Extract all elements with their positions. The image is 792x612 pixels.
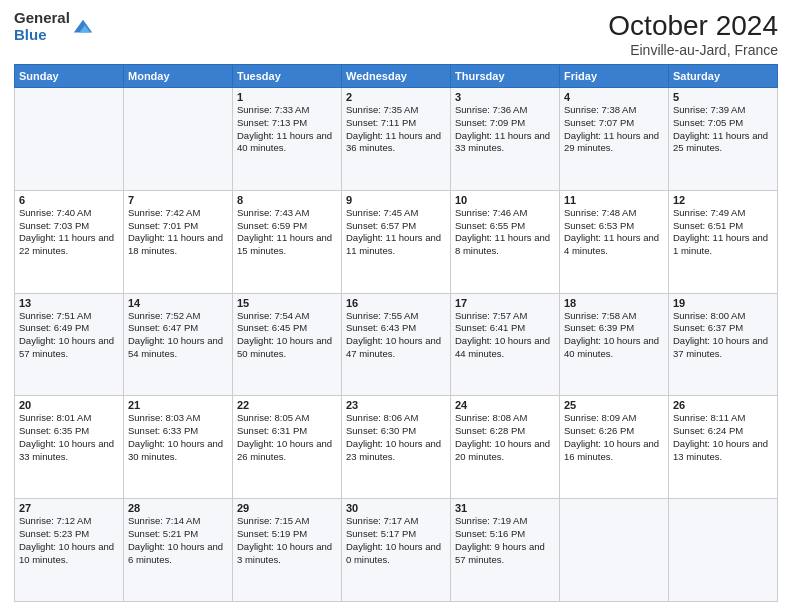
day-info: Sunrise: 7:15 AM Sunset: 5:19 PM Dayligh…	[237, 515, 337, 566]
col-saturday: Saturday	[669, 65, 778, 88]
calendar-cell: 30Sunrise: 7:17 AM Sunset: 5:17 PM Dayli…	[342, 499, 451, 602]
calendar-cell: 15Sunrise: 7:54 AM Sunset: 6:45 PM Dayli…	[233, 293, 342, 396]
calendar-cell: 24Sunrise: 8:08 AM Sunset: 6:28 PM Dayli…	[451, 396, 560, 499]
page: General Blue October 2024 Einville-au-Ja…	[0, 0, 792, 612]
calendar-cell: 10Sunrise: 7:46 AM Sunset: 6:55 PM Dayli…	[451, 190, 560, 293]
col-tuesday: Tuesday	[233, 65, 342, 88]
calendar-cell: 1Sunrise: 7:33 AM Sunset: 7:13 PM Daylig…	[233, 88, 342, 191]
day-number: 1	[237, 91, 337, 103]
calendar-cell: 27Sunrise: 7:12 AM Sunset: 5:23 PM Dayli…	[15, 499, 124, 602]
day-number: 12	[673, 194, 773, 206]
day-info: Sunrise: 8:00 AM Sunset: 6:37 PM Dayligh…	[673, 310, 773, 361]
day-number: 8	[237, 194, 337, 206]
day-info: Sunrise: 7:40 AM Sunset: 7:03 PM Dayligh…	[19, 207, 119, 258]
day-info: Sunrise: 7:51 AM Sunset: 6:49 PM Dayligh…	[19, 310, 119, 361]
day-number: 4	[564, 91, 664, 103]
calendar-week-2: 6Sunrise: 7:40 AM Sunset: 7:03 PM Daylig…	[15, 190, 778, 293]
calendar-cell: 12Sunrise: 7:49 AM Sunset: 6:51 PM Dayli…	[669, 190, 778, 293]
day-info: Sunrise: 7:43 AM Sunset: 6:59 PM Dayligh…	[237, 207, 337, 258]
day-info: Sunrise: 7:57 AM Sunset: 6:41 PM Dayligh…	[455, 310, 555, 361]
calendar-cell: 9Sunrise: 7:45 AM Sunset: 6:57 PM Daylig…	[342, 190, 451, 293]
day-number: 29	[237, 502, 337, 514]
calendar-week-3: 13Sunrise: 7:51 AM Sunset: 6:49 PM Dayli…	[15, 293, 778, 396]
calendar-cell: 6Sunrise: 7:40 AM Sunset: 7:03 PM Daylig…	[15, 190, 124, 293]
day-number: 18	[564, 297, 664, 309]
calendar-cell: 3Sunrise: 7:36 AM Sunset: 7:09 PM Daylig…	[451, 88, 560, 191]
day-info: Sunrise: 8:11 AM Sunset: 6:24 PM Dayligh…	[673, 412, 773, 463]
day-info: Sunrise: 7:38 AM Sunset: 7:07 PM Dayligh…	[564, 104, 664, 155]
calendar-cell: 20Sunrise: 8:01 AM Sunset: 6:35 PM Dayli…	[15, 396, 124, 499]
calendar-cell: 19Sunrise: 8:00 AM Sunset: 6:37 PM Dayli…	[669, 293, 778, 396]
day-number: 11	[564, 194, 664, 206]
day-number: 14	[128, 297, 228, 309]
day-number: 31	[455, 502, 555, 514]
calendar-table: Sunday Monday Tuesday Wednesday Thursday…	[14, 64, 778, 602]
calendar-cell: 29Sunrise: 7:15 AM Sunset: 5:19 PM Dayli…	[233, 499, 342, 602]
calendar-cell: 2Sunrise: 7:35 AM Sunset: 7:11 PM Daylig…	[342, 88, 451, 191]
calendar-cell: 11Sunrise: 7:48 AM Sunset: 6:53 PM Dayli…	[560, 190, 669, 293]
calendar-cell: 25Sunrise: 8:09 AM Sunset: 6:26 PM Dayli…	[560, 396, 669, 499]
logo-general: General	[14, 9, 70, 26]
col-monday: Monday	[124, 65, 233, 88]
day-info: Sunrise: 7:17 AM Sunset: 5:17 PM Dayligh…	[346, 515, 446, 566]
day-info: Sunrise: 8:09 AM Sunset: 6:26 PM Dayligh…	[564, 412, 664, 463]
day-number: 27	[19, 502, 119, 514]
calendar-header-row: Sunday Monday Tuesday Wednesday Thursday…	[15, 65, 778, 88]
day-number: 25	[564, 399, 664, 411]
day-info: Sunrise: 7:39 AM Sunset: 7:05 PM Dayligh…	[673, 104, 773, 155]
day-number: 10	[455, 194, 555, 206]
day-info: Sunrise: 8:08 AM Sunset: 6:28 PM Dayligh…	[455, 412, 555, 463]
day-number: 22	[237, 399, 337, 411]
calendar-cell: 4Sunrise: 7:38 AM Sunset: 7:07 PM Daylig…	[560, 88, 669, 191]
day-number: 9	[346, 194, 446, 206]
calendar-week-4: 20Sunrise: 8:01 AM Sunset: 6:35 PM Dayli…	[15, 396, 778, 499]
day-number: 26	[673, 399, 773, 411]
day-info: Sunrise: 7:55 AM Sunset: 6:43 PM Dayligh…	[346, 310, 446, 361]
col-sunday: Sunday	[15, 65, 124, 88]
calendar-cell: 8Sunrise: 7:43 AM Sunset: 6:59 PM Daylig…	[233, 190, 342, 293]
day-info: Sunrise: 7:19 AM Sunset: 5:16 PM Dayligh…	[455, 515, 555, 566]
logo-text: General Blue	[14, 10, 70, 43]
day-number: 30	[346, 502, 446, 514]
day-info: Sunrise: 7:54 AM Sunset: 6:45 PM Dayligh…	[237, 310, 337, 361]
day-info: Sunrise: 7:42 AM Sunset: 7:01 PM Dayligh…	[128, 207, 228, 258]
calendar-cell: 13Sunrise: 7:51 AM Sunset: 6:49 PM Dayli…	[15, 293, 124, 396]
day-number: 21	[128, 399, 228, 411]
day-info: Sunrise: 7:49 AM Sunset: 6:51 PM Dayligh…	[673, 207, 773, 258]
day-number: 3	[455, 91, 555, 103]
day-number: 28	[128, 502, 228, 514]
day-info: Sunrise: 7:36 AM Sunset: 7:09 PM Dayligh…	[455, 104, 555, 155]
calendar-cell	[15, 88, 124, 191]
day-number: 17	[455, 297, 555, 309]
col-wednesday: Wednesday	[342, 65, 451, 88]
calendar-cell: 22Sunrise: 8:05 AM Sunset: 6:31 PM Dayli…	[233, 396, 342, 499]
logo: General Blue	[14, 10, 94, 43]
title-block: October 2024 Einville-au-Jard, France	[608, 10, 778, 58]
calendar-week-1: 1Sunrise: 7:33 AM Sunset: 7:13 PM Daylig…	[15, 88, 778, 191]
day-number: 6	[19, 194, 119, 206]
calendar-cell: 28Sunrise: 7:14 AM Sunset: 5:21 PM Dayli…	[124, 499, 233, 602]
day-info: Sunrise: 7:52 AM Sunset: 6:47 PM Dayligh…	[128, 310, 228, 361]
calendar-cell: 23Sunrise: 8:06 AM Sunset: 6:30 PM Dayli…	[342, 396, 451, 499]
day-info: Sunrise: 8:03 AM Sunset: 6:33 PM Dayligh…	[128, 412, 228, 463]
calendar-cell: 16Sunrise: 7:55 AM Sunset: 6:43 PM Dayli…	[342, 293, 451, 396]
day-number: 15	[237, 297, 337, 309]
day-info: Sunrise: 7:35 AM Sunset: 7:11 PM Dayligh…	[346, 104, 446, 155]
calendar-cell: 17Sunrise: 7:57 AM Sunset: 6:41 PM Dayli…	[451, 293, 560, 396]
day-number: 5	[673, 91, 773, 103]
day-number: 2	[346, 91, 446, 103]
day-info: Sunrise: 8:05 AM Sunset: 6:31 PM Dayligh…	[237, 412, 337, 463]
day-info: Sunrise: 7:33 AM Sunset: 7:13 PM Dayligh…	[237, 104, 337, 155]
day-info: Sunrise: 8:06 AM Sunset: 6:30 PM Dayligh…	[346, 412, 446, 463]
calendar-cell	[124, 88, 233, 191]
day-info: Sunrise: 7:48 AM Sunset: 6:53 PM Dayligh…	[564, 207, 664, 258]
day-number: 7	[128, 194, 228, 206]
day-info: Sunrise: 7:46 AM Sunset: 6:55 PM Dayligh…	[455, 207, 555, 258]
day-info: Sunrise: 7:58 AM Sunset: 6:39 PM Dayligh…	[564, 310, 664, 361]
logo-blue: Blue	[14, 26, 47, 43]
day-number: 24	[455, 399, 555, 411]
day-info: Sunrise: 7:45 AM Sunset: 6:57 PM Dayligh…	[346, 207, 446, 258]
calendar-cell: 26Sunrise: 8:11 AM Sunset: 6:24 PM Dayli…	[669, 396, 778, 499]
page-title: October 2024	[608, 10, 778, 42]
calendar-cell: 14Sunrise: 7:52 AM Sunset: 6:47 PM Dayli…	[124, 293, 233, 396]
